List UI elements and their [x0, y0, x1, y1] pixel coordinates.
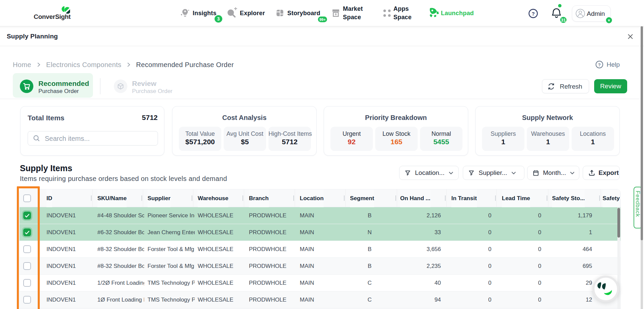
svg-text:?: ? [598, 62, 601, 67]
svg-text:?: ? [532, 11, 535, 17]
